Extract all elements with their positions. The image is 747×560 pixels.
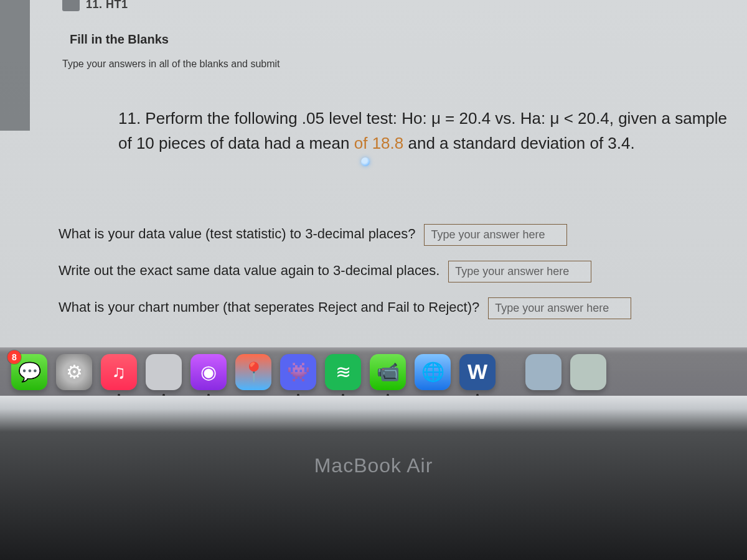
dock-settings-icon[interactable]: ⚙ xyxy=(56,354,92,390)
questions-block: What is your data value (test statistic)… xyxy=(59,224,728,319)
section-heading: Fill in the Blanks xyxy=(70,32,169,47)
question-row-2: Write out the exact same data value agai… xyxy=(59,261,728,282)
pin-icon: 📍 xyxy=(242,361,265,383)
answer-input-2[interactable] xyxy=(448,261,591,282)
macos-dock: 💬 8 ⚙ ♫ ◉ 📍 👾 ≋ 📹 🌐 W xyxy=(0,347,747,396)
camera-icon: 📹 xyxy=(377,361,400,383)
answer-input-1[interactable] xyxy=(424,224,567,246)
problem-highlight: of 18.8 xyxy=(354,134,404,152)
dock-music-icon[interactable]: ♫ xyxy=(101,354,137,390)
instructions-text: Type your answers in all of the blanks a… xyxy=(62,58,280,70)
question-3-text: What is your chart number (that seperate… xyxy=(59,299,479,315)
question-title-bar: 11. HT1 xyxy=(62,0,128,11)
dock-discord-icon[interactable]: 👾 xyxy=(280,354,316,390)
podcast-icon: ◉ xyxy=(200,361,217,383)
globe-icon: 🌐 xyxy=(421,361,444,383)
question-1-text: What is your data value (test statistic)… xyxy=(59,226,415,242)
question-2-text: Write out the exact same data value agai… xyxy=(59,263,439,279)
laptop-bezel xyxy=(0,396,747,560)
dock-app-icon[interactable] xyxy=(146,354,182,390)
answer-input-3[interactable] xyxy=(488,297,631,319)
spotify-waves-icon: ≋ xyxy=(336,361,351,383)
dock-misc-icon-2[interactable] xyxy=(570,354,606,390)
question-icon xyxy=(62,0,80,11)
dock-messages-icon[interactable]: 💬 8 xyxy=(11,354,47,390)
dock-misc-icon-1[interactable] xyxy=(525,354,561,390)
problem-statement: 11. Perform the following .05 level test… xyxy=(118,106,728,156)
question-row-1: What is your data value (test statistic)… xyxy=(59,224,728,246)
quiz-screen: 11. HT1 Fill in the Blanks Type your ans… xyxy=(0,0,747,348)
cursor-icon xyxy=(361,157,370,166)
laptop-model-label: MacBook Air xyxy=(0,454,747,477)
question-id: 11. HT1 xyxy=(86,0,128,11)
dock-maps-icon[interactable]: 📍 xyxy=(235,354,271,390)
music-note-icon: ♫ xyxy=(112,362,126,383)
dock-browser-icon[interactable]: 🌐 xyxy=(415,354,451,390)
word-letter: W xyxy=(467,360,487,384)
speech-bubble-icon: 💬 xyxy=(18,361,41,383)
problem-suffix: and a standard deviation of 3.4. xyxy=(403,134,635,152)
dock-spotify-icon[interactable]: ≋ xyxy=(325,354,361,390)
dock-podcast-icon[interactable]: ◉ xyxy=(190,354,227,390)
dock-facetime-icon[interactable]: 📹 xyxy=(370,354,406,390)
question-row-3: What is your chart number (that seperate… xyxy=(59,297,728,319)
badge-count: 8 xyxy=(7,350,21,364)
discord-face-icon: 👾 xyxy=(287,361,310,383)
gear-icon: ⚙ xyxy=(66,361,83,383)
dock-word-icon[interactable]: W xyxy=(459,354,496,390)
sidebar-stub xyxy=(0,0,30,131)
